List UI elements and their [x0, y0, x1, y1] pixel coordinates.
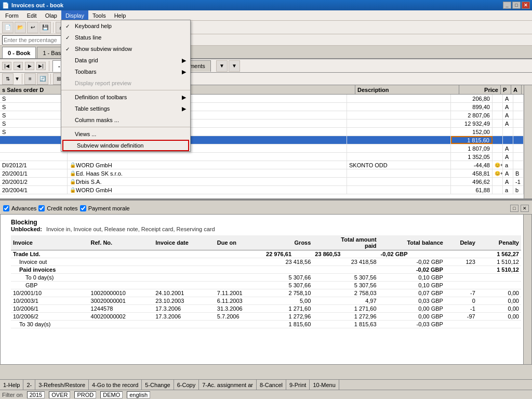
- tab-credit-notes[interactable]: Credit notes: [38, 205, 77, 211]
- views-label: Views ...: [75, 131, 96, 137]
- menu-form[interactable]: Form: [1, 10, 23, 20]
- col-ref: Ref. No.: [89, 235, 154, 250]
- col-description: Description: [355, 85, 459, 94]
- arrow-icon4: ▶: [182, 105, 186, 112]
- lower-restore-btn[interactable]: □: [510, 205, 518, 212]
- nav-last[interactable]: ▶|: [36, 62, 46, 70]
- table-row: Trade Ltd. 22 976,61 23 860,53 -0,02 GBP…: [11, 250, 521, 258]
- f8-cancel[interactable]: 8-Cancel: [257, 380, 286, 390]
- check-icon2: ✓: [65, 35, 72, 41]
- tab-book[interactable]: 0 - Book: [2, 47, 36, 58]
- col-a: A: [511, 85, 522, 94]
- menu-data-grid[interactable]: Data grid ▶: [61, 55, 190, 66]
- subview-def-label: Subview window definition: [77, 142, 143, 149]
- sort-label: ▼: [15, 76, 20, 82]
- table-row: Paid invoices -0,02 GBP 1 510,12: [11, 266, 521, 274]
- table-row: GBP 5 307,66 5 307,56 0,10 GBP: [11, 282, 521, 289]
- f9-print[interactable]: 9-Print: [286, 380, 310, 390]
- col-invoice: Invoice: [11, 235, 89, 250]
- f4-goto[interactable]: 4-Go to the record: [89, 380, 142, 390]
- filter-btn[interactable]: ≡: [24, 73, 36, 85]
- menu-edit[interactable]: Edit: [23, 10, 41, 20]
- menu-column-masks[interactable]: Column masks ...: [61, 114, 190, 126]
- arrow-icon2: ▶: [182, 69, 186, 75]
- menu-table-settings[interactable]: Table settings ▶: [61, 103, 190, 114]
- table-row: 10/2003/1 30020000001 23.10.2003 6.11.20…: [11, 297, 521, 305]
- menu-status-line[interactable]: ✓ Status line: [61, 32, 190, 43]
- f10-menu[interactable]: 10-Menu: [310, 380, 339, 390]
- dropdown1-btn[interactable]: ▼: [216, 60, 228, 72]
- menu-olap[interactable]: Olap: [41, 10, 61, 20]
- grid-scrollbar[interactable]: [524, 85, 532, 198]
- table-row: Invoice out 23 418,56 23 418,58 -0,02 GB…: [11, 258, 521, 266]
- dropdown2-btn[interactable]: ▼: [229, 60, 240, 72]
- blocking-title: Blocking: [11, 219, 521, 226]
- payment-morale-checkbox[interactable]: [80, 205, 86, 211]
- lower-scrollbar[interactable]: [523, 215, 531, 364]
- menu-views[interactable]: Views ...: [61, 128, 190, 140]
- menu-def-toolbars[interactable]: Definition of toolbars ▶: [61, 91, 190, 103]
- nav-prev[interactable]: ◀: [14, 62, 23, 70]
- table-row: To 30 day(s) 1 815,60 1 815,63 -0,03 GBP: [11, 321, 521, 328]
- sep-2: [61, 127, 190, 127]
- sep5: [50, 74, 51, 84]
- f7-ac[interactable]: 7-Ac. assignment ar: [199, 380, 257, 390]
- col-inv-date: Invoice date: [153, 235, 215, 250]
- menu-display[interactable]: Display: [61, 10, 88, 20]
- menu-help[interactable]: Help: [110, 10, 130, 20]
- menu-show-subview[interactable]: ✓ Show subview window: [61, 43, 190, 55]
- refresh-btn[interactable]: 🔄: [37, 73, 48, 85]
- new-btn[interactable]: 📄: [2, 22, 14, 33]
- menu-keyboard-help[interactable]: ✓ Keyboard help: [61, 20, 190, 32]
- title-bar: 📄 Invoices out - book _ □ ✕: [0, 0, 532, 10]
- undo-btn[interactable]: ↩: [27, 22, 38, 33]
- col-gross: Gross: [264, 235, 313, 250]
- display-menu[interactable]: ✓ Keyboard help ✓ Status line ✓ Show sub…: [61, 20, 191, 152]
- menu-display-report[interactable]: Display report preview: [61, 77, 190, 89]
- tab-advances[interactable]: Advances: [3, 205, 36, 211]
- col-penalty: Penalty: [477, 235, 521, 250]
- percentage-input[interactable]: [2, 35, 64, 45]
- advances-checkbox[interactable]: [3, 205, 9, 211]
- table-row[interactable]: DI/2012/1 🔒 WORD GmbH SKONTO ODD -44,48 …: [0, 161, 532, 169]
- table-row[interactable]: 20/2004/1 🔒 WORD GmbH 61,88 a b: [0, 186, 532, 194]
- maximize-button[interactable]: □: [512, 2, 521, 9]
- prod-field: PROD: [74, 391, 96, 398]
- sep-1: [61, 90, 190, 90]
- f6-copy[interactable]: 6-Copy: [174, 380, 199, 390]
- f2[interactable]: 2-: [23, 380, 35, 390]
- arrow-icon: ▶: [182, 57, 186, 64]
- unblocked-label: Unblocked:: [11, 226, 42, 232]
- f3-refresh[interactable]: 3-Refresh/Restore: [35, 380, 89, 390]
- arrow-icon3: ▶: [182, 94, 186, 101]
- f1-help[interactable]: 1-Help: [0, 380, 23, 390]
- sort-btn[interactable]: ⇅: [2, 73, 14, 85]
- lang-field: english: [127, 391, 150, 398]
- toolbars-label: Toolbars: [75, 69, 97, 75]
- filter-label: Filter on: [2, 392, 23, 398]
- table-row: 10/2006/1 1244578 17.3.2006 31.3.2006 1 …: [11, 305, 521, 313]
- lower-close-btn[interactable]: ✕: [521, 205, 529, 212]
- table-row[interactable]: 1 352,05 A: [0, 153, 532, 161]
- col-sales-order: s Sales order D: [0, 85, 68, 94]
- save-btn[interactable]: 💾: [39, 22, 51, 33]
- menu-subview-def[interactable]: Subview window definition: [62, 140, 189, 151]
- window-title: Invoices out - book: [11, 2, 63, 8]
- table-row: 10/2001/10 10020000010 24.10.2001 7.11.2…: [11, 289, 521, 297]
- nav-next[interactable]: ▶: [25, 62, 34, 70]
- sep3: [49, 61, 49, 71]
- menu-tools[interactable]: Tools: [88, 10, 110, 20]
- table-row[interactable]: 20/2001/2 🔒 Drbis S.A. 496,62 A -1: [0, 178, 532, 186]
- credit-notes-checkbox[interactable]: [38, 205, 45, 211]
- column-masks-label: Column masks ...: [75, 117, 119, 123]
- close-button[interactable]: ✕: [522, 2, 530, 9]
- nav-first[interactable]: |◀: [2, 62, 11, 70]
- menu-toolbars[interactable]: Toolbars ▶: [61, 66, 190, 77]
- table-row[interactable]: 20/2001/1 🔒 Ed. Haas SK s.r.o. 458,81 😊+…: [0, 169, 532, 178]
- info-bar: Filter on 2015 OVER PROD DEMO english: [0, 390, 532, 399]
- minimize-button[interactable]: _: [503, 2, 511, 9]
- tab-payment-morale[interactable]: Payment morale: [80, 205, 130, 211]
- f5-change[interactable]: 5-Change: [142, 380, 174, 390]
- open-btn[interactable]: 📂: [15, 22, 26, 33]
- table-settings-label: Table settings: [75, 105, 110, 112]
